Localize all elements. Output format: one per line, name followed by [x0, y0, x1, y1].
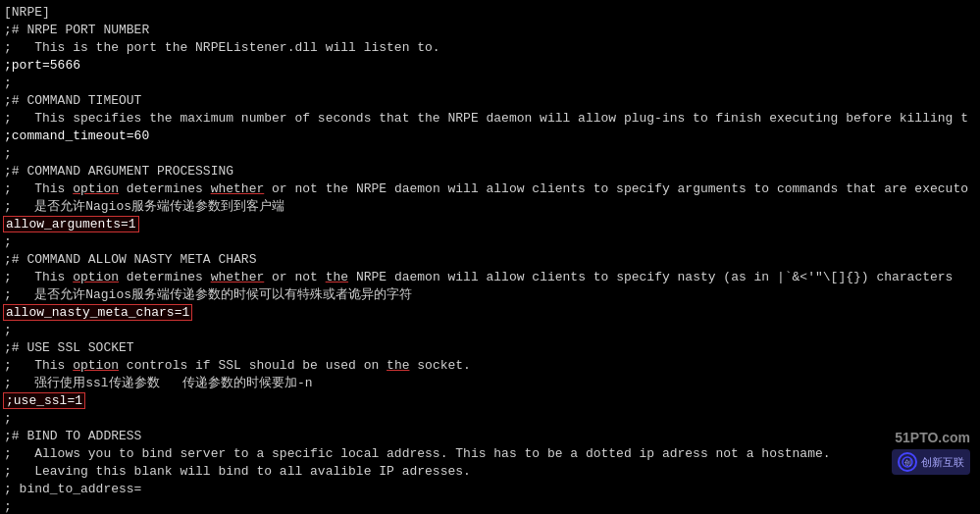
line-4: ;port=5666 [0, 57, 980, 75]
line-14: ; [0, 233, 980, 251]
line-19: ; [0, 322, 980, 339]
watermark-logo: 创 创新互联 [892, 449, 970, 475]
line-21: ; This option controls if SSL should be … [0, 357, 980, 375]
line-25: ;# BIND TO ADDRESS [0, 428, 980, 445]
line-29: ; [0, 498, 980, 514]
svg-text:创: 创 [904, 459, 911, 467]
line-10: ;# COMMAND ARGUMENT PROCESSING [0, 163, 980, 180]
line-26: ; Allows you to bind server to a specifi… [0, 445, 980, 463]
line-27: ; Leaving this blank will bind to all av… [0, 463, 980, 481]
line-7: ; This specifies the maximum number of s… [0, 110, 980, 128]
line-16: ; This option determines whether or not … [0, 269, 980, 286]
line-2: ;# NRPE PORT NUMBER [0, 22, 980, 39]
line-18: allow_nasty_meta_chars=1 [0, 304, 980, 322]
line-15: ;# COMMAND ALLOW NASTY META CHARS [0, 251, 980, 269]
watermark: 51PTO.com 创 创新互联 [892, 430, 970, 475]
line-22: ; 强行使用ssl传递参数 传递参数的时候要加-n [0, 375, 980, 392]
line-11: ; This option determines whether or not … [0, 180, 980, 198]
line-23: ;use_ssl=1 [0, 392, 980, 410]
watermark-logo-text: 创新互联 [921, 455, 964, 470]
line-28: ; bind_to_address= [0, 481, 980, 498]
line-8: ;command_timeout=60 [0, 128, 980, 145]
line-17: ; 是否允许Nagios服务端传递参数的时候可以有特殊或者诡异的字符 [0, 286, 980, 304]
line-9: ; [0, 145, 980, 163]
line-24: ; [0, 410, 980, 428]
line-12: ; 是否允许Nagios服务端传递参数到到客户端 [0, 198, 980, 216]
line-20: ;# USE SSL SOCKET [0, 339, 980, 357]
line-1: [NRPE] [0, 4, 980, 22]
line-3: ; This is the port the NRPEListener.dll … [0, 39, 980, 57]
line-5: ; [0, 75, 980, 92]
line-6: ;# COMMAND TIMEOUT [0, 92, 980, 110]
code-editor: [NRPE] ;# NRPE PORT NUMBER ; This is the… [0, 0, 980, 514]
watermark-text: 51PTO.com [895, 430, 970, 445]
line-13: allow_arguments=1 [0, 216, 980, 233]
watermark-logo-icon: 创 [898, 452, 917, 472]
